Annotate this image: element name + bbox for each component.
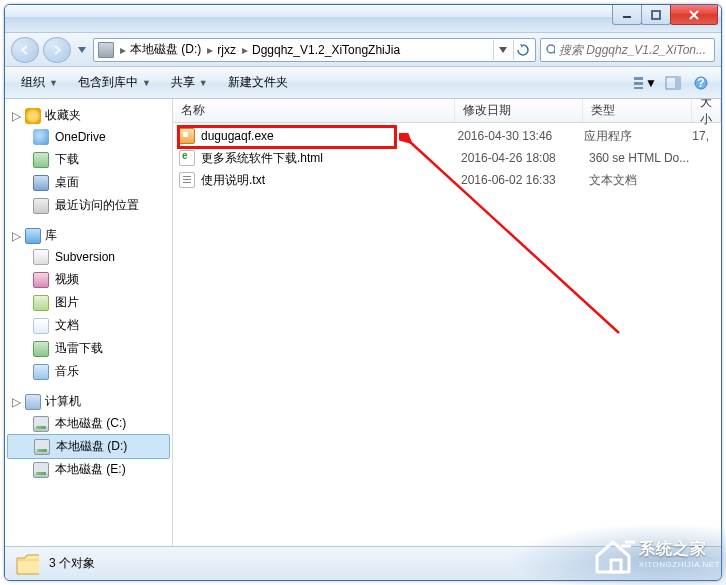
folder-icon <box>15 552 39 576</box>
crumb-sep: ▸ <box>240 43 250 57</box>
item-icon <box>33 152 49 168</box>
explorer-window: ▸ 本地磁盘 (D:) ▸ rjxz ▸ Dggqhz_V1.2_XiTongZ… <box>4 4 722 581</box>
col-type[interactable]: 类型 <box>583 99 692 122</box>
svg-rect-5 <box>634 82 643 85</box>
forward-button[interactable] <box>43 37 71 63</box>
sidebar-item[interactable]: 下载 <box>5 148 172 171</box>
sidebar-item[interactable]: 迅雷下载 <box>5 337 172 360</box>
crumb-label: 本地磁盘 (D:) <box>130 41 201 58</box>
status-bar: 3 个对象 <box>5 546 721 580</box>
svg-rect-8 <box>675 77 680 89</box>
organize-menu[interactable]: 组织▼ <box>13 70 66 95</box>
sidebar-item[interactable]: 视频 <box>5 268 172 291</box>
item-icon <box>33 462 49 478</box>
chevron-down-icon: ▼ <box>199 78 208 88</box>
file-list: dugugaqf.exe2016-04-30 13:46应用程序17,更多系统软… <box>173 123 721 193</box>
libraries-group: ▷ 库 Subversion视频图片文档迅雷下载音乐 <box>5 225 172 383</box>
file-row[interactable]: 使用说明.txt2016-06-02 16:33文本文档 <box>173 169 721 191</box>
crumb-sep: ▸ <box>118 43 128 57</box>
nav-row: ▸ 本地磁盘 (D:) ▸ rjxz ▸ Dggqhz_V1.2_XiTongZ… <box>5 33 721 67</box>
refresh-button[interactable] <box>513 40 531 60</box>
titlebar <box>5 5 721 33</box>
crumb-label: Dggqhz_V1.2_XiTongZhiJia <box>252 43 400 57</box>
col-name[interactable]: 名称 <box>173 99 455 122</box>
file-type: 360 se HTML Do... <box>589 151 699 165</box>
sidebar-item[interactable]: 音乐 <box>5 360 172 383</box>
file-row[interactable]: 更多系统软件下载.html2016-04-26 18:08360 se HTML… <box>173 147 721 169</box>
item-icon <box>34 439 50 455</box>
item-label: 下载 <box>55 151 79 168</box>
item-icon <box>33 295 49 311</box>
col-date[interactable]: 修改日期 <box>455 99 582 122</box>
computer-header[interactable]: ▷ 计算机 <box>5 391 172 412</box>
new-folder-button[interactable]: 新建文件夹 <box>220 70 296 95</box>
item-icon <box>33 364 49 380</box>
drive-icon <box>98 42 114 58</box>
chevron-down-icon: ▼ <box>49 78 58 88</box>
libraries-header[interactable]: ▷ 库 <box>5 225 172 246</box>
file-date: 2016-06-02 16:33 <box>461 173 589 187</box>
share-label: 共享 <box>171 74 195 91</box>
close-button[interactable] <box>670 5 718 25</box>
sidebar-item[interactable]: 桌面 <box>5 171 172 194</box>
item-icon <box>33 416 49 432</box>
sidebar-item[interactable]: OneDrive <box>5 126 172 148</box>
history-dropdown[interactable] <box>75 41 89 59</box>
file-type: 应用程序 <box>584 128 693 145</box>
file-name: 更多系统软件下载.html <box>201 150 461 167</box>
item-label: 迅雷下载 <box>55 340 103 357</box>
col-size[interactable]: 大小 <box>692 99 721 122</box>
sidebar-item[interactable]: 本地磁盘 (E:) <box>5 458 172 481</box>
share-menu[interactable]: 共享▼ <box>163 70 216 95</box>
nav-pane: ▷ 收藏夹 OneDrive下载桌面最近访问的位置 ▷ 库 Subversion… <box>5 99 173 546</box>
sidebar-item[interactable]: 最近访问的位置 <box>5 194 172 217</box>
sidebar-item[interactable]: 文档 <box>5 314 172 337</box>
include-label: 包含到库中 <box>78 74 138 91</box>
collapse-icon: ▷ <box>11 111 21 121</box>
preview-pane-button[interactable] <box>661 71 685 95</box>
file-name: 使用说明.txt <box>201 172 461 189</box>
item-label: 本地磁盘 (E:) <box>55 461 126 478</box>
file-date: 2016-04-30 13:46 <box>458 129 584 143</box>
file-row[interactable]: dugugaqf.exe2016-04-30 13:46应用程序17, <box>173 125 721 147</box>
file-date: 2016-04-26 18:08 <box>461 151 589 165</box>
item-label: 文档 <box>55 317 79 334</box>
item-icon <box>33 341 49 357</box>
sidebar-item[interactable]: Subversion <box>5 246 172 268</box>
address-bar[interactable]: ▸ 本地磁盘 (D:) ▸ rjxz ▸ Dggqhz_V1.2_XiTongZ… <box>93 38 536 62</box>
chevron-down-icon: ▼ <box>645 76 657 90</box>
star-icon <box>25 108 41 124</box>
item-label: 桌面 <box>55 174 79 191</box>
file-list-pane: 名称 修改日期 类型 大小 dugugaqf.exe2016-04-30 13:… <box>173 99 721 546</box>
svg-rect-1 <box>652 11 660 19</box>
sidebar-item[interactable]: 本地磁盘 (D:) <box>7 434 170 459</box>
item-label: 本地磁盘 (C:) <box>55 415 126 432</box>
file-type: 文本文档 <box>589 172 699 189</box>
crumb-sep: ▸ <box>205 43 215 57</box>
breadcrumb-segment[interactable]: ▸ Dggqhz_V1.2_XiTongZhiJia <box>240 43 400 57</box>
maximize-button[interactable] <box>641 5 671 25</box>
view-options-button[interactable]: ▼ <box>633 71 657 95</box>
file-icon <box>179 128 195 144</box>
address-dropdown[interactable] <box>493 40 511 60</box>
sidebar-item[interactable]: 本地磁盘 (C:) <box>5 412 172 435</box>
newfolder-label: 新建文件夹 <box>228 74 288 91</box>
item-label: 本地磁盘 (D:) <box>56 438 127 455</box>
item-label: 音乐 <box>55 363 79 380</box>
computer-icon <box>25 394 41 410</box>
favorites-header[interactable]: ▷ 收藏夹 <box>5 105 172 126</box>
breadcrumb-segment[interactable]: ▸ 本地磁盘 (D:) <box>118 41 201 58</box>
item-icon <box>33 198 49 214</box>
chevron-down-icon: ▼ <box>142 78 151 88</box>
sidebar-item[interactable]: 图片 <box>5 291 172 314</box>
file-name: dugugaqf.exe <box>201 129 458 143</box>
item-label: 视频 <box>55 271 79 288</box>
search-box[interactable] <box>540 38 715 62</box>
search-input[interactable] <box>559 43 710 57</box>
back-button[interactable] <box>11 37 39 63</box>
include-in-library-menu[interactable]: 包含到库中▼ <box>70 70 159 95</box>
libraries-label: 库 <box>45 227 57 244</box>
breadcrumb-segment[interactable]: ▸ rjxz <box>205 43 236 57</box>
help-button[interactable]: ? <box>689 71 713 95</box>
minimize-button[interactable] <box>612 5 642 25</box>
